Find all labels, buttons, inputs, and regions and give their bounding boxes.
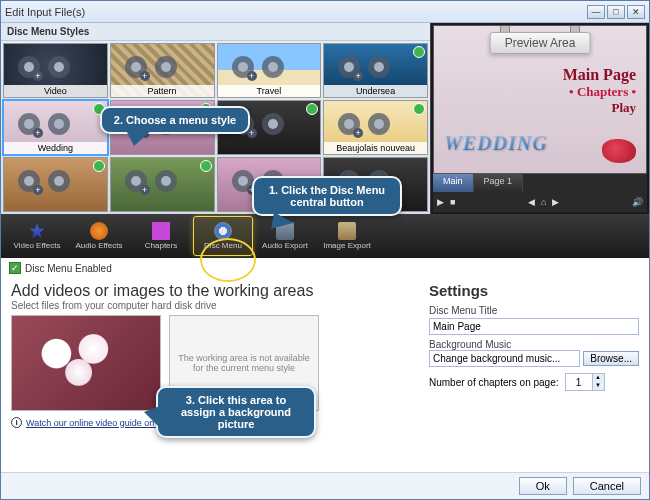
chapters-spinbox[interactable]: ▲▼ [565, 373, 605, 391]
cancel-button[interactable]: Cancel [573, 477, 641, 495]
close-button[interactable]: ✕ [627, 5, 645, 19]
ok-button[interactable]: Ok [519, 477, 567, 495]
home-button[interactable]: ⌂ [541, 197, 546, 207]
preview-tabs: MainPage 1 [433, 174, 647, 192]
working-area-1[interactable] [11, 315, 161, 411]
ix-icon [338, 222, 356, 240]
styles-header: Disc Menu Styles [1, 23, 430, 41]
preview-play: Play [563, 100, 636, 116]
disc-title-input[interactable] [429, 318, 639, 335]
play-button[interactable]: ▶ [437, 197, 444, 207]
browse-button[interactable]: Browse... [583, 351, 639, 366]
flower-thumbnail [12, 316, 160, 410]
tool-label: Audio Effects [76, 241, 123, 250]
preview-area: Preview Area Main Page • Chapters • Play… [433, 25, 647, 174]
settings-title: Settings [429, 282, 639, 299]
tool-video-effects[interactable]: Video Effects [7, 216, 67, 256]
titlebar: Edit Input File(s) — □ ✕ [1, 1, 649, 23]
status-text: Disc Menu Enabled [25, 263, 112, 274]
next-button[interactable]: ▶ [552, 197, 559, 207]
chapters-count-label: Number of chapters on page: [429, 377, 559, 388]
tool-image-export[interactable]: Image Export [317, 216, 377, 256]
preview-tab-page-1[interactable]: Page 1 [474, 174, 524, 192]
maximize-button[interactable]: □ [607, 5, 625, 19]
preview-tab-main[interactable]: Main [433, 174, 474, 192]
working-area-2-note: The working area is not available for th… [174, 353, 314, 373]
style-label: Beaujolais nouveau [324, 142, 427, 154]
stop-button[interactable]: ■ [450, 197, 455, 207]
window-title: Edit Input File(s) [5, 6, 585, 18]
style-label: Wedding [4, 142, 107, 154]
window: Edit Input File(s) — □ ✕ Disc Menu Style… [0, 0, 650, 500]
tool-label: Disc Menu [204, 241, 242, 250]
badge-icon [93, 160, 105, 172]
menu-style-travel[interactable]: Travel [217, 43, 322, 98]
tool-label: Video Effects [14, 241, 61, 250]
badge-icon [413, 103, 425, 115]
tool-strip: Video EffectsAudio EffectsChaptersDisc M… [1, 214, 649, 258]
rose-icon [602, 139, 636, 163]
preview-label: Preview Area [490, 32, 591, 54]
lower-heading: Add videos or images to the working area… [11, 282, 415, 300]
tool-label: Chapters [145, 241, 177, 250]
tool-label: Audio Export [262, 241, 308, 250]
working-areas-panel: Add videos or images to the working area… [11, 280, 415, 468]
check-icon: ✓ [9, 262, 21, 274]
menu-style-video[interactable]: Video [3, 43, 108, 98]
menu-style-wedding[interactable]: Wedding [3, 100, 108, 155]
tool-audio-effects[interactable]: Audio Effects [69, 216, 129, 256]
player-controls: ▶ ■ ◀ ⌂ ▶ 🔊 [433, 192, 647, 212]
menu-style-beaujolais-nouveau[interactable]: Beaujolais nouveau [323, 100, 428, 155]
info-icon: i [11, 417, 22, 428]
callout-1: 1. Click the Disc Menu central button [252, 176, 402, 216]
tool-chapters[interactable]: Chapters [131, 216, 191, 256]
footer: Ok Cancel [1, 472, 649, 499]
menu-style-pattern[interactable]: Pattern [110, 43, 215, 98]
preview-panel: Preview Area Main Page • Chapters • Play… [431, 23, 649, 214]
spin-up-icon[interactable]: ▲ [592, 374, 604, 382]
callout-3: 3. Click this area to assign a backgroun… [156, 386, 316, 438]
preview-main-block: Main Page • Chapters • Play [563, 66, 636, 116]
badge-icon [413, 46, 425, 58]
bg-music-input[interactable] [429, 350, 580, 367]
menu-style-undersea[interactable]: Undersea [323, 43, 428, 98]
prev-button[interactable]: ◀ [528, 197, 535, 207]
tool-disc-menu[interactable]: Disc Menu [193, 216, 253, 256]
spin-down-icon[interactable]: ▼ [592, 382, 604, 390]
style-label: Video [4, 85, 107, 97]
style-label: Travel [218, 85, 321, 97]
disc-title-label: Disc Menu Title [429, 305, 639, 316]
chapters-input[interactable] [566, 374, 592, 390]
preview-decor-text: WEDDING [444, 132, 548, 155]
style-label: Pattern [111, 85, 214, 97]
dm-icon [214, 222, 232, 240]
lower-region: Add videos or images to the working area… [1, 278, 649, 472]
ve-icon [28, 222, 46, 240]
menu-style-item-9[interactable] [110, 157, 215, 212]
minimize-button[interactable]: — [587, 5, 605, 19]
bg-music-label: Background Music [429, 339, 639, 350]
menu-style-item-8[interactable] [3, 157, 108, 212]
preview-chapters: • Chapters • [563, 84, 636, 100]
tool-label: Image Export [323, 241, 371, 250]
status-bar: ✓ Disc Menu Enabled [1, 258, 649, 278]
ae-icon [90, 222, 108, 240]
volume-icon[interactable]: 🔊 [632, 197, 643, 207]
preview-main-page: Main Page [563, 66, 636, 84]
settings-panel: Settings Disc Menu Title Background Musi… [429, 280, 639, 468]
callout-2: 2. Choose a menu style [100, 106, 250, 134]
badge-icon [200, 160, 212, 172]
lower-subheading: Select files from your computer hard dis… [11, 300, 415, 311]
style-label: Undersea [324, 85, 427, 97]
ch-icon [152, 222, 170, 240]
